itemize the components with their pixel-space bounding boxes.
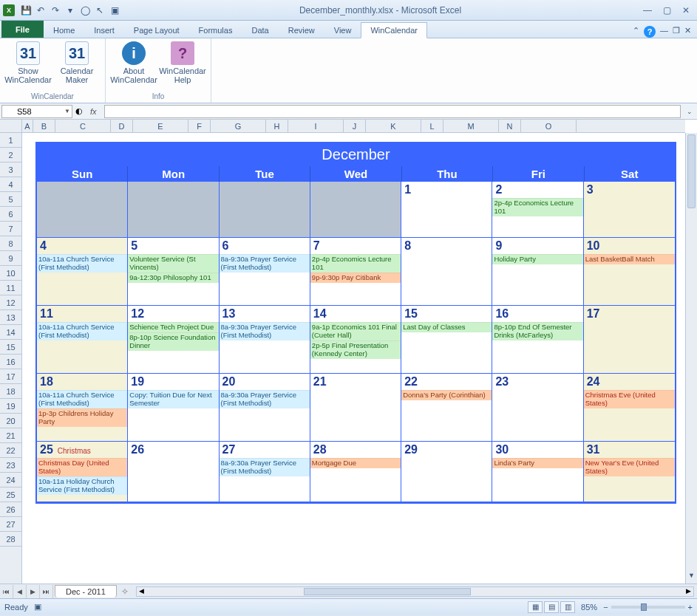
calendar-cell[interactable]: 28Mortgage Due xyxy=(310,442,401,502)
row-header[interactable]: 27 xyxy=(0,517,21,532)
scroll-thumb[interactable] xyxy=(687,134,696,208)
row-header[interactable]: 11 xyxy=(0,281,21,295)
calendar-event[interactable]: 2p-4p Economics Lecture 101 xyxy=(310,254,401,273)
row-header[interactable]: 10 xyxy=(0,266,21,281)
insert-tab[interactable]: Insert xyxy=(84,22,124,38)
workbook-minimize-icon[interactable]: ― xyxy=(660,26,668,38)
chevron-down-icon[interactable]: ▼ xyxy=(64,108,70,114)
calendar-cell[interactable]: 21 xyxy=(310,374,401,442)
row-header[interactable]: 16 xyxy=(0,355,21,369)
row-header[interactable]: 19 xyxy=(0,399,21,414)
data-tab[interactable]: Data xyxy=(242,22,278,38)
calendar-cell[interactable]: 9Holiday Party xyxy=(492,238,583,306)
calendar-maker-button[interactable]: 31 Calendar Maker xyxy=(53,40,101,92)
formula-bar-expand-icon[interactable]: ⌄ xyxy=(684,108,696,115)
row-header[interactable]: 25 xyxy=(0,487,21,502)
normal-view-icon[interactable]: ▦ xyxy=(528,601,543,613)
review-tab[interactable]: Review xyxy=(279,22,324,38)
column-header[interactable]: I xyxy=(288,120,344,132)
sheet-first-icon[interactable]: ⏮ xyxy=(0,585,13,598)
row-header[interactable]: 1 xyxy=(0,133,21,148)
zoom-track[interactable] xyxy=(611,606,685,609)
calendar-event[interactable]: 8a-9:30a Prayer Service (First Methodist… xyxy=(220,322,310,340)
page-layout-view-icon[interactable]: ▤ xyxy=(544,601,559,613)
page-layout-tab[interactable]: Page Layout xyxy=(124,22,189,38)
maximize-icon[interactable]: ▢ xyxy=(659,4,675,16)
calendar-cell[interactable]: 22p-4p Economics Lecture 101 xyxy=(492,182,583,238)
calendar-event[interactable]: 10a-11a Church Service (First Methodist) xyxy=(37,322,127,340)
qat-extra-3-icon[interactable]: ▣ xyxy=(108,4,121,17)
formula-input[interactable] xyxy=(104,105,681,118)
row-header[interactable]: 20 xyxy=(0,414,21,428)
calendar-event[interactable]: 8a-9:30a Prayer Service (First Methodist… xyxy=(220,254,310,273)
calendar-event[interactable]: 10a-11a Church Service (First Methodist) xyxy=(37,254,127,273)
help-icon[interactable]: ? xyxy=(644,26,656,38)
row-header[interactable]: 7 xyxy=(0,222,21,236)
sheet-prev-icon[interactable]: ◀ xyxy=(13,585,27,598)
calendar-event[interactable]: 2p-5p Final Presentation (Kennedy Center… xyxy=(310,340,401,359)
row-header[interactable]: 15 xyxy=(0,340,21,355)
wincalendar-tab[interactable]: WinCalendar xyxy=(361,22,427,38)
calendar-cell[interactable]: 31New Year's Eve (United States) xyxy=(584,442,675,502)
calendar-event[interactable]: Holiday Party xyxy=(492,254,582,264)
calendar-event[interactable]: 2p-4p Economics Lecture 101 xyxy=(492,198,582,216)
column-header[interactable]: K xyxy=(366,120,421,132)
column-header[interactable]: G xyxy=(211,120,266,132)
column-header[interactable]: D xyxy=(111,120,133,132)
calendar-cell[interactable]: 278a-9:30a Prayer Service (First Methodi… xyxy=(220,442,310,502)
name-box[interactable]: S58 ▼ xyxy=(1,105,72,118)
calendar-cell[interactable]: 12Schience Tech Project Due8p-10p Scienc… xyxy=(128,306,219,374)
row-header[interactable]: 14 xyxy=(0,325,21,340)
calendar-cell[interactable] xyxy=(310,182,401,238)
calendar-event[interactable]: Last Day of Classes xyxy=(401,322,492,332)
workbook-restore-icon[interactable]: ❐ xyxy=(673,26,680,38)
row-header[interactable]: 17 xyxy=(0,369,21,384)
calendar-cell[interactable]: 17 xyxy=(584,306,675,374)
row-header[interactable]: 13 xyxy=(0,310,21,325)
scroll-left-icon[interactable]: ◀ xyxy=(137,587,147,596)
vertical-scrollbar[interactable]: ▲ ▼ xyxy=(685,133,697,584)
row-header[interactable]: 28 xyxy=(0,532,21,547)
calendar-event[interactable]: 8a-9:30a Prayer Service (First Methodist… xyxy=(220,390,310,408)
calendar-cell[interactable]: 10Last BasketBall Match xyxy=(584,238,675,306)
calendar-cell[interactable]: 208a-9:30a Prayer Service (First Methodi… xyxy=(220,374,310,442)
new-sheet-icon[interactable]: ✧ xyxy=(117,585,133,598)
sheet-last-icon[interactable]: ⏭ xyxy=(40,585,53,598)
close-icon[interactable]: ✕ xyxy=(678,4,694,16)
calendar-cell[interactable]: 72p-4p Economics Lecture 1019p-9:30p Pay… xyxy=(310,238,401,306)
calendar-cell[interactable]: 1110a-11a Church Service (First Methodis… xyxy=(37,306,128,374)
calendar-event[interactable]: 8p-10p Science Foundation Dinner xyxy=(128,332,218,351)
row-header[interactable]: 5 xyxy=(0,192,21,207)
zoom-slider[interactable]: − + xyxy=(603,603,693,612)
about-wincalendar-button[interactable]: i About WinCalendar xyxy=(110,40,157,92)
redo-icon[interactable]: ↷ xyxy=(49,4,62,17)
calendar-cell[interactable]: 25ChristmasChristmas Day (United States)… xyxy=(37,442,128,502)
zoom-in-icon[interactable]: + xyxy=(688,603,693,612)
home-tab[interactable]: Home xyxy=(44,22,84,38)
calendar-cell[interactable] xyxy=(128,182,219,238)
calendar-event[interactable]: 9a-12:30p Philosophy 101 xyxy=(128,273,218,283)
calendar-cell[interactable] xyxy=(220,182,310,238)
calendar-cell[interactable]: 410a-11a Church Service (First Methodist… xyxy=(37,238,128,306)
calendar-event[interactable]: Christmas Eve (United States) xyxy=(584,390,675,408)
fx-label[interactable]: fx xyxy=(86,107,101,116)
save-icon[interactable]: 💾 xyxy=(19,4,33,17)
calendar-cell[interactable] xyxy=(37,182,128,238)
row-header[interactable]: 22 xyxy=(0,443,21,458)
calendar-cell[interactable]: 22Donna's Party (Corinthian) xyxy=(401,374,492,442)
row-header[interactable]: 8 xyxy=(0,236,21,251)
row-header[interactable]: 26 xyxy=(0,502,21,517)
row-header[interactable]: 12 xyxy=(0,295,21,310)
calendar-event[interactable]: Christmas Day (United States) xyxy=(37,458,127,476)
calendar-cell[interactable]: 3 xyxy=(584,182,675,238)
column-header[interactable]: E xyxy=(133,120,188,132)
calendar-cell[interactable]: 149a-1p Economics 101 Final (Cueter Hall… xyxy=(310,306,401,374)
calendar-cell[interactable]: 19Copy: Tuition Due for Next Semester xyxy=(128,374,219,442)
row-header[interactable]: 23 xyxy=(0,458,21,473)
calendar-cell[interactable]: 23 xyxy=(492,374,583,442)
calendar-event[interactable]: Last BasketBall Match xyxy=(584,254,675,264)
row-header[interactable]: 24 xyxy=(0,473,21,487)
horizontal-scrollbar[interactable]: ◀ ▶ xyxy=(136,586,694,597)
qat-more-icon[interactable]: ▾ xyxy=(64,4,77,17)
row-header[interactable]: 3 xyxy=(0,162,21,177)
